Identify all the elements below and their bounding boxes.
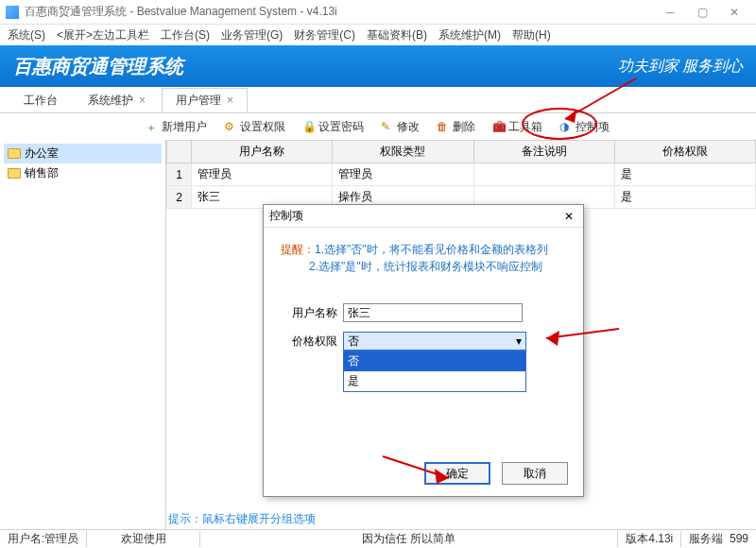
pencil-icon: ✎: [381, 120, 394, 133]
control-button[interactable]: ◑控制项: [556, 117, 613, 137]
toolbox-icon: 🧰: [492, 120, 506, 133]
cancel-button[interactable]: 取消: [502, 462, 568, 485]
status-version: 版本4.13i: [618, 531, 681, 547]
close-icon[interactable]: ×: [139, 94, 146, 107]
combo-dropdown: 否 是: [343, 351, 526, 392]
dialog-tip: 提醒：1.选择"否"时，将不能看见价格和金额的表格列 2.选择"是"时，统计报表…: [281, 241, 566, 275]
col-price[interactable]: 价格权限: [614, 141, 755, 163]
tree-item-sales[interactable]: 销售部: [4, 163, 162, 183]
status-user: 用户名:管理员: [0, 531, 87, 547]
chevron-down-icon: ▾: [516, 334, 522, 348]
delete-button[interactable]: 🗑删除: [433, 117, 479, 137]
menu-finance[interactable]: 财务管理(C): [290, 27, 359, 43]
price-permission-combo[interactable]: 否 ▾ 否 是: [343, 332, 526, 351]
window-titlebar: 百惠商贸通管理系统 - Bestvalue Management System …: [0, 0, 756, 25]
status-motto: 因为信任 所以简单: [200, 531, 618, 547]
brand-slogan: 功夫到家 服务到心: [618, 57, 743, 77]
tree-item-office[interactable]: 办公室: [4, 144, 162, 163]
menu-expand-toolbar[interactable]: <展开>左边工具栏: [53, 27, 153, 43]
combo-option-yes[interactable]: 是: [344, 371, 525, 391]
control-dialog: 控制项 ✕ 提醒：1.选择"否"时，将不能看见价格和金额的表格列 2.选择"是"…: [263, 204, 584, 497]
close-icon[interactable]: ×: [227, 94, 233, 107]
folder-icon: [8, 148, 21, 159]
menu-maintenance[interactable]: 系统维护(M): [435, 27, 505, 43]
col-role[interactable]: 权限类型: [333, 141, 473, 163]
plus-icon: ＋: [146, 120, 159, 133]
control-icon: ◑: [559, 120, 573, 133]
dialog-titlebar[interactable]: 控制项 ✕: [264, 205, 583, 228]
col-username[interactable]: 用户名称: [192, 141, 333, 163]
label-username: 用户名称: [281, 305, 337, 321]
dialog-title: 控制项: [269, 208, 303, 224]
user-table: 用户名称 权限类型 备注说明 价格权限 1 管理员 管理员 是 2 张三 操作员…: [166, 140, 756, 209]
tab-maintenance[interactable]: 系统维护×: [74, 88, 160, 112]
toolbox-button[interactable]: 🧰工具箱: [489, 117, 546, 137]
gear-icon: ⚙: [224, 120, 237, 133]
lock-icon: 🔒: [302, 120, 316, 133]
folder-icon: [8, 168, 21, 179]
window-title: 百惠商贸通管理系统 - Bestvalue Management System …: [25, 4, 654, 20]
menu-business[interactable]: 业务管理(G): [217, 27, 286, 43]
sidebar-tree: 办公室 销售部: [0, 140, 166, 529]
col-remark[interactable]: 备注说明: [473, 141, 614, 163]
toolbar: ＋新增用户 ⚙设置权限 🔒设置密码 ✎修改 🗑删除 🧰工具箱 ◑控制项: [0, 113, 756, 140]
bottom-hint: 提示：鼠标右键展开分组选项: [168, 511, 316, 527]
set-permission-button[interactable]: ⚙设置权限: [220, 117, 289, 137]
tab-user-mgmt[interactable]: 用户管理×: [162, 88, 248, 112]
app-icon: [6, 6, 19, 19]
menu-basedata[interactable]: 基础资料(B): [363, 27, 431, 43]
menu-workbench[interactable]: 工作台(S): [157, 27, 214, 43]
tab-strip: 工作台 系统维护× 用户管理×: [0, 87, 756, 113]
combo-option-no[interactable]: 否: [344, 351, 525, 371]
set-password-button[interactable]: 🔒设置密码: [299, 117, 368, 137]
brand-title: 百惠商贸通管理系统: [13, 54, 183, 79]
dialog-close-button[interactable]: ✕: [560, 208, 577, 225]
status-bar: 用户名:管理员 欢迎使用 因为信任 所以简单 版本4.13i 服务端 599: [0, 529, 756, 548]
menu-help[interactable]: 帮助(H): [508, 27, 555, 43]
username-input[interactable]: [343, 303, 523, 322]
menu-system[interactable]: 系统(S): [4, 27, 49, 43]
edit-button[interactable]: ✎修改: [377, 117, 423, 137]
ok-button[interactable]: 确定: [424, 462, 490, 485]
status-service: 服务端 599: [681, 531, 756, 547]
tab-workbench[interactable]: 工作台: [9, 88, 72, 112]
status-welcome: 欢迎使用: [87, 531, 200, 547]
table-row[interactable]: 1 管理员 管理员 是: [167, 163, 756, 186]
add-user-button[interactable]: ＋新增用户: [142, 117, 211, 137]
banner: 百惠商贸通管理系统 功夫到家 服务到心: [0, 45, 756, 87]
minimize-button[interactable]: ─: [654, 2, 686, 23]
label-price-perm: 价格权限: [281, 334, 337, 350]
close-button[interactable]: ✕: [718, 2, 750, 23]
menu-bar: 系统(S) <展开>左边工具栏 工作台(S) 业务管理(G) 财务管理(C) 基…: [0, 25, 756, 45]
trash-icon: 🗑: [437, 120, 450, 133]
maximize-button[interactable]: ▢: [686, 2, 718, 23]
